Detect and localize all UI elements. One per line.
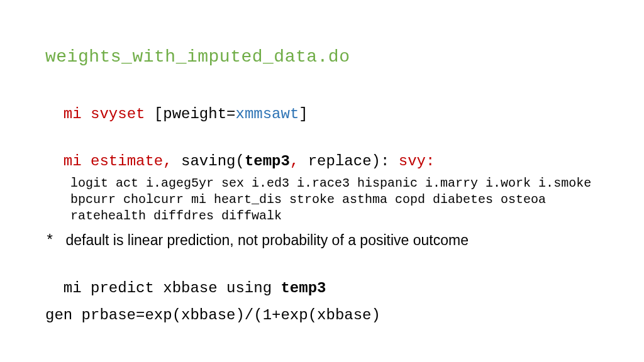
text-bracket-close: ]: [299, 106, 308, 123]
keyword-svy: svy:: [399, 153, 435, 170]
sep-comma2: ,: [290, 153, 308, 170]
sep-comma: ,: [163, 153, 181, 170]
keyword-svyset: svyset: [91, 106, 145, 123]
keyword-mi: mi: [64, 106, 91, 123]
text-predict: mi predict xbbase using: [64, 280, 281, 297]
var-xmmsawt: xmmsawt: [235, 106, 299, 123]
keyword-mi: mi: [64, 153, 91, 170]
code-line-predict: mi predict xbbase using temp3: [45, 258, 599, 299]
text-saving-open: saving(: [181, 153, 245, 170]
arg-temp3: temp3: [245, 153, 290, 170]
comment-line: * default is linear prediction, not prob…: [45, 231, 599, 251]
keyword-estimate: estimate: [91, 153, 163, 170]
code-line-gen: gen prbase=exp(xbbase)/(1+exp(xbbase): [45, 305, 599, 326]
text-replace: replace):: [308, 153, 399, 170]
comment-text: default is linear prediction, not probab…: [65, 231, 469, 250]
code-block-logit: logit act i.ageg5yr sex i.ed3 i.race3 hi…: [45, 175, 599, 224]
comment-star: *: [45, 231, 54, 251]
slide-title: weights_with_imputed_data.do: [45, 45, 599, 69]
code-line-svyset: mi svyset [pweight=xmmsawt]: [45, 84, 599, 125]
text-bracket-open: [pweight=: [145, 106, 235, 123]
arg-temp3: temp3: [280, 280, 326, 297]
code-line-estimate: mi estimate, saving(temp3, replace): svy…: [45, 131, 599, 172]
